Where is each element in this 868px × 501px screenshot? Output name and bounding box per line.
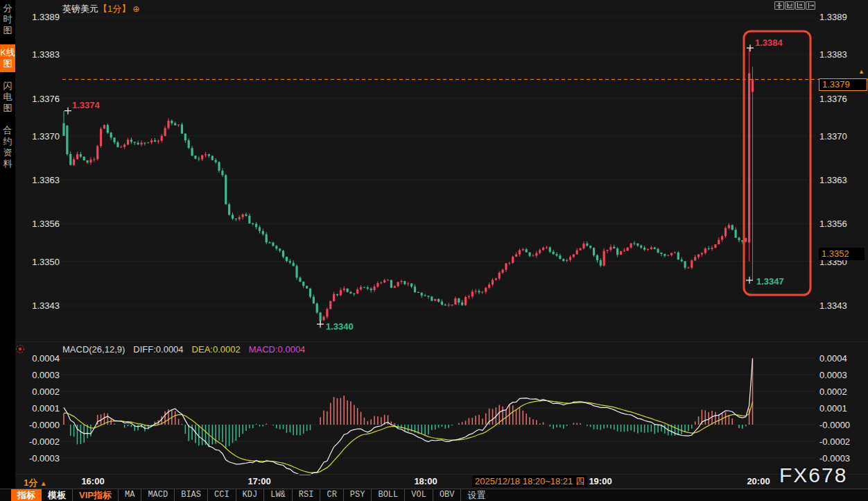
toolbar-item-MACD[interactable]: MACD xyxy=(141,489,175,501)
candle-body xyxy=(603,250,605,265)
candle-body xyxy=(218,162,220,171)
footer-period-selector[interactable]: 1分 ▲ xyxy=(24,477,47,489)
toolbar-item-VOL[interactable]: VOL xyxy=(405,489,433,501)
candle-body xyxy=(495,278,497,280)
candle-body xyxy=(266,235,268,243)
macd-axis-tick-right: 0.0002 xyxy=(819,387,847,397)
crosshair-move-icon-glyph xyxy=(775,2,783,9)
candle-body xyxy=(198,159,200,160)
candle-body xyxy=(161,136,163,141)
time-axis-divider xyxy=(0,474,868,475)
candle-body xyxy=(188,140,190,148)
candle-body xyxy=(606,250,608,250)
candle-body xyxy=(69,154,71,165)
macd-indicator-ring-icon[interactable] xyxy=(17,346,24,353)
chart-canvas[interactable] xyxy=(0,0,868,501)
candle-body xyxy=(735,230,737,237)
candle-body xyxy=(748,73,750,242)
candle-body xyxy=(164,128,166,135)
candle-body xyxy=(687,268,689,269)
price-axis-tick-left: 1.3383 xyxy=(17,49,60,60)
candle-body xyxy=(96,146,98,160)
candle-body xyxy=(741,240,743,241)
toolbar-item-MA[interactable]: MA xyxy=(119,489,141,501)
candle-body xyxy=(566,260,568,261)
candle-body xyxy=(309,289,311,297)
toolbar-item-BIAS[interactable]: BIAS xyxy=(175,489,208,501)
macd-macd-value: MACD:0.0004 xyxy=(249,344,306,355)
toolbar-item-LW&[interactable]: LW& xyxy=(264,489,293,501)
candle-body xyxy=(630,244,632,248)
candle-body xyxy=(286,257,288,261)
toolbar-item-VIP指标[interactable]: VIP指标 xyxy=(73,489,119,501)
candle-body xyxy=(316,303,318,312)
candle-body xyxy=(694,257,696,260)
candle-body xyxy=(329,301,331,309)
candle-body xyxy=(728,225,730,228)
axis-pan-icon[interactable] xyxy=(806,1,815,10)
macd-axis-tick-left: -0.0002 xyxy=(17,436,60,447)
toolbar-item-模板[interactable]: 模板 xyxy=(42,489,73,501)
macd-axis-tick-left: 0.0003 xyxy=(17,370,60,380)
candle-body xyxy=(677,253,679,260)
candle-body xyxy=(62,124,64,136)
toolbar-item-KDJ[interactable]: KDJ xyxy=(236,489,265,501)
candle-body xyxy=(535,253,537,256)
toolbar-item-OBV[interactable]: OBV xyxy=(433,489,462,501)
spike-low-label: 1.3347 xyxy=(756,276,784,287)
circled-plus-icon[interactable]: ⊕ xyxy=(132,4,139,14)
candle-body xyxy=(113,137,115,142)
price-axis-tick-left: 1.3356 xyxy=(17,219,60,229)
candle-body xyxy=(731,225,734,230)
candle-body xyxy=(475,291,477,291)
chart-title: 英镑美元【1分】⊕ xyxy=(62,3,139,15)
macd-axis-tick-right: -0.0002 xyxy=(819,436,850,447)
toolbar-item-设置[interactable]: 设置 xyxy=(461,489,492,501)
candle-body xyxy=(100,128,102,146)
macd-axis-tick-right: -0.0000 xyxy=(819,420,850,430)
toolbar-item-BOLL[interactable]: BOLL xyxy=(372,489,405,501)
candle-body xyxy=(383,280,385,282)
toolbar-item-指标[interactable]: 指标 xyxy=(11,489,42,501)
sidebar-tab-闪电图[interactable]: 闪电图 xyxy=(0,78,15,117)
toolbar-item-RSI[interactable]: RSI xyxy=(293,489,321,501)
candle-body xyxy=(691,260,693,267)
candle-body xyxy=(620,251,622,255)
candle-body xyxy=(647,249,649,250)
price-axis-tick-right: 1.3383 xyxy=(819,49,847,60)
axis-zoom-in-icon[interactable] xyxy=(785,1,795,10)
candle-body xyxy=(407,283,409,284)
candle-body xyxy=(255,224,257,228)
axis-zoom-out-icon[interactable] xyxy=(795,1,805,10)
candle-body xyxy=(380,282,382,283)
toolbar-item-CCI[interactable]: CCI xyxy=(208,489,236,501)
macd-title: MACD(26,12,9) xyxy=(62,344,125,355)
candle-body xyxy=(553,252,555,254)
candle-body xyxy=(674,253,676,253)
sidebar-tab-合约资料[interactable]: 合约资料 xyxy=(0,122,15,172)
macd-diff-value: DIFF:0.0004 xyxy=(133,344,183,355)
sidebar-tab-K线图[interactable]: K线图 xyxy=(0,44,15,72)
candle-body xyxy=(600,260,602,266)
candle-body xyxy=(194,155,196,158)
toolbar-item-PSY[interactable]: PSY xyxy=(344,489,372,501)
candle-body xyxy=(336,294,338,296)
period-up-arrow-icon: ▲ xyxy=(40,479,47,487)
candle-body xyxy=(363,287,365,288)
candle-body xyxy=(526,249,528,252)
candle-body xyxy=(580,248,582,250)
candle-body xyxy=(708,248,710,249)
candle-body xyxy=(137,143,139,144)
macd-axis-tick-left: 0.0002 xyxy=(17,387,60,397)
candle-body xyxy=(279,248,281,250)
macd-axis-tick-left: -0.0003 xyxy=(17,453,60,464)
candle-body xyxy=(657,249,659,253)
crosshair-move-icon[interactable] xyxy=(774,1,784,10)
candle-body xyxy=(532,255,534,256)
candle-body xyxy=(268,242,270,243)
sidebar-tab-分时图[interactable]: 分时图 xyxy=(0,0,15,39)
price-axis-tick-left: 1.3343 xyxy=(17,300,60,311)
toolbar-item-CR[interactable]: CR xyxy=(320,489,343,501)
candle-body xyxy=(86,160,88,162)
time-axis-label: 20:00 xyxy=(747,476,770,486)
